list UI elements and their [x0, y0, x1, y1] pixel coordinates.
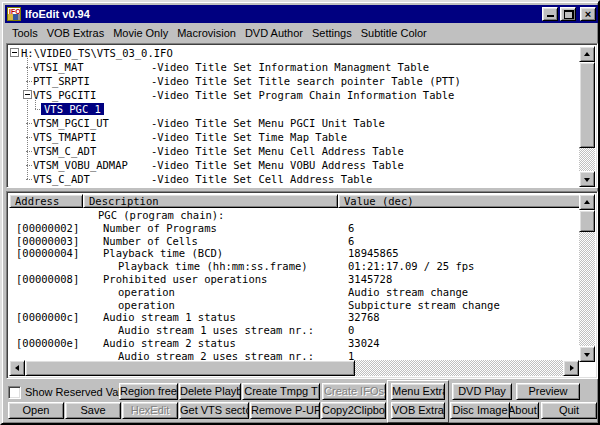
arrow-down-icon — [584, 178, 590, 182]
tree-item-label: H:\VIDEO_TS\VTS_03_0.IFO — [21, 47, 173, 59]
disc-image-button[interactable]: Disc Image — [450, 402, 510, 419]
copy2clipboard-button[interactable]: Copy2Clipboar — [321, 402, 386, 419]
tree-item-vts-c-adt[interactable]: VTS_C_ADT-Video Title Set Cell Address T… — [9, 172, 581, 186]
save-button[interactable]: Save — [65, 402, 121, 419]
menu-item-movie-only[interactable]: Movie Only — [113, 27, 168, 39]
tree-view: H:\VIDEO_TS\VTS_03_0.IFOVTSI_MAT-Video T… — [9, 46, 581, 187]
remove-pups-button[interactable]: Remove P-UPs — [250, 402, 320, 419]
tree-item-ptt-srpti[interactable]: PTT_SRPTI-Video Title Set Title search p… — [9, 74, 581, 88]
table-row[interactable]: Audio stream 1 uses stream nr.:0 — [9, 324, 581, 337]
close-button[interactable]: × — [580, 7, 596, 21]
column-header-description[interactable]: Description — [83, 194, 338, 208]
tree-item-h-video-ts-vts-03-0-ifo[interactable]: H:\VIDEO_TS\VTS_03_0.IFO — [9, 46, 581, 60]
open-button[interactable]: Open — [8, 402, 64, 419]
create-tmpg-button[interactable]: Create Tmpg T — [242, 383, 320, 400]
cell-address — [9, 260, 83, 273]
cell-address: [0000000e] — [9, 337, 83, 350]
tree-item-label: VTSM_C_ADT — [33, 145, 96, 157]
scroll-right-button[interactable] — [563, 360, 579, 376]
table-row[interactable]: [00000008]Prohibited user operations3145… — [9, 273, 581, 286]
scroll-down-button[interactable] — [579, 346, 595, 362]
table-row[interactable]: Playback time (hh:mm:ss.frame)01:21:17.0… — [9, 260, 581, 273]
collapse-minus-icon[interactable] — [10, 48, 19, 57]
scrollbar-thumb[interactable] — [579, 210, 595, 232]
cell-address: [00000004] — [9, 247, 83, 260]
arrow-up-icon — [584, 52, 590, 56]
tree-item-vtsm-c-adt[interactable]: VTSM_C_ADT-Video Title Set Menu Cell Add… — [9, 144, 581, 158]
arrow-up-icon — [584, 200, 590, 204]
title-bar: IFO IfoEdit v0.94 × — [5, 5, 599, 23]
cell-description: Playback time (hh:mm:ss.frame) — [83, 260, 338, 273]
table-row[interactable]: operationAudio stream change — [9, 286, 581, 299]
pgc-details-panel: Address Description Value (dec) PGC (pro… — [6, 191, 598, 379]
scrollbar-thumb[interactable] — [579, 62, 595, 148]
cell-address — [9, 299, 83, 312]
table-row[interactable]: operationSubpicture stream change — [9, 299, 581, 312]
get-vts-sector-button[interactable]: Get VTS sector — [179, 402, 249, 419]
cell-address: [00000002] — [9, 222, 83, 235]
tree-item-description: -Video Title Set Menu PGCI Unit Table — [151, 117, 385, 129]
show-reserved-values-checkbox[interactable] — [8, 386, 21, 399]
delete-playback-button[interactable]: Delete Playbac — [179, 383, 241, 400]
cell-address — [9, 324, 83, 337]
window-title: IfoEdit v0.94 — [25, 8, 540, 20]
region-free-button[interactable]: Region free — [119, 383, 178, 400]
minimize-button[interactable] — [542, 7, 558, 21]
table-horizontal-scrollbar[interactable] — [9, 360, 579, 376]
table-row[interactable]: PGC (program chain): — [9, 209, 581, 222]
table-row[interactable]: [00000003]Number of Cells6 — [9, 235, 581, 248]
scrollbar-thumb[interactable] — [25, 360, 355, 376]
column-header-address[interactable]: Address — [9, 194, 83, 208]
restore-button[interactable] — [560, 7, 576, 21]
table-row[interactable]: [0000000e]Audio stream 2 status33024 — [9, 337, 581, 350]
scroll-down-button[interactable] — [579, 171, 595, 187]
cell-value: 01:21:17.09 / 25 fps — [338, 260, 581, 273]
menu-extras-button[interactable]: Menu Extras — [391, 383, 445, 400]
collapse-minus-icon[interactable] — [23, 90, 32, 99]
table-header: Address Description Value (dec) — [9, 194, 581, 208]
details-table: Address Description Value (dec) PGC (pro… — [9, 194, 581, 362]
preview-button[interactable]: Preview — [516, 383, 580, 400]
restore-icon — [564, 10, 574, 19]
tree-item-vts-pgciti[interactable]: VTS_PGCITI-Video Title Set Program Chain… — [9, 88, 581, 102]
cell-value: 6 — [338, 235, 581, 248]
table-vertical-scrollbar[interactable] — [579, 194, 595, 362]
tree-item-vtsi-mat[interactable]: VTSI_MAT-Video Title Set Information Man… — [9, 60, 581, 74]
app-icon: IFO — [7, 7, 21, 21]
cell-value: 32768 — [338, 311, 581, 324]
scroll-up-button[interactable] — [579, 194, 595, 210]
quit-button[interactable]: Quit — [541, 402, 597, 419]
tree-vertical-scrollbar[interactable] — [579, 46, 595, 187]
scroll-up-button[interactable] — [579, 46, 595, 62]
menu-item-tools[interactable]: Tools — [12, 27, 38, 39]
cell-value: 18945865 — [338, 247, 581, 260]
cell-address — [9, 286, 83, 299]
menu-item-macrovision[interactable]: Macrovision — [177, 27, 236, 39]
table-row[interactable]: [00000004]Playback time (BCD)18945865 — [9, 247, 581, 260]
column-header-value[interactable]: Value (dec) — [338, 194, 581, 208]
menu-item-settings[interactable]: Settings — [312, 27, 352, 39]
tree-item-description: -Video Title Set Cell Address Table — [151, 173, 372, 185]
vob-extras-button[interactable]: VOB Extras — [391, 402, 445, 419]
arrow-left-icon — [15, 365, 19, 371]
tree-item-vtsm-pgci-ut[interactable]: VTSM_PGCI_UT-Video Title Set Menu PGCI U… — [9, 116, 581, 130]
show-reserved-values-label: Show Reserved Valu — [25, 386, 119, 399]
tree-item-vts-pgc-1[interactable]: VTS_PGC_1 — [9, 102, 581, 116]
menu-item-subtitle-color[interactable]: Subtitle Color — [361, 27, 427, 39]
table-row[interactable]: [00000002]Number of Programs6 — [9, 222, 581, 235]
menu-item-dvd-author[interactable]: DVD Author — [245, 27, 303, 39]
cell-description: Number of Programs — [83, 222, 338, 235]
arrow-down-icon — [584, 353, 590, 357]
table-row[interactable]: [0000000c]Audio stream 1 status32768 — [9, 311, 581, 324]
cell-address — [9, 209, 83, 222]
scroll-left-button[interactable] — [9, 360, 25, 376]
dvd-play-button[interactable]: DVD Play — [452, 383, 512, 400]
tree-item-label: PTT_SRPTI — [33, 75, 90, 87]
tree-item-label: VTS_PGCITI — [33, 89, 96, 101]
tree-item-vts-tmapti[interactable]: VTS_TMAPTI-Video Title Set Time Map Tabl… — [9, 130, 581, 144]
tree-item-label: VTS_PGC_1 — [41, 103, 104, 115]
cell-value: Subpicture stream change — [338, 299, 581, 312]
menu-item-vob-extras[interactable]: VOB Extras — [47, 27, 104, 39]
tree-item-vtsm-vobu-admap[interactable]: VTSM_VOBU_ADMAP-Video Title Set Menu VOB… — [9, 158, 581, 172]
tree-item-description: -Video Title Set Time Map Table — [151, 131, 347, 143]
